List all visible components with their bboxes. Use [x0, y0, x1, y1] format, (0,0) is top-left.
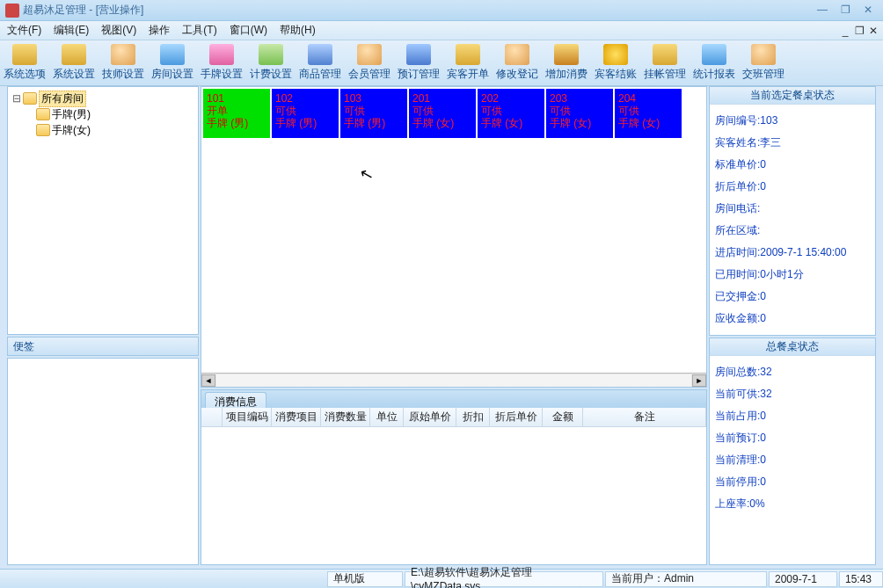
room-tag: 手牌 (男) — [344, 117, 404, 129]
info-row: 进店时间:2009-7-1 15:40:00 — [715, 242, 870, 264]
hammer-icon — [12, 44, 37, 65]
mdi-min-button[interactable]: _ — [839, 25, 851, 37]
col-code[interactable]: 项目编码 — [223, 408, 272, 426]
menu-file[interactable]: 文件(F) — [7, 23, 41, 38]
col-origprice[interactable]: 原始单价 — [404, 408, 456, 426]
table-header: 项目编码 消费项目 消费数量 单位 原始单价 折扣 折后单价 金额 备注 — [201, 408, 706, 427]
tool-edit-reg[interactable]: 修改登记 — [493, 40, 542, 85]
folder-icon — [36, 108, 50, 120]
room-tag: 手牌 (女) — [481, 117, 541, 129]
tool-card-settings[interactable]: 手牌设置 — [197, 40, 246, 85]
tool-product-mgr[interactable]: 商品管理 — [296, 40, 345, 85]
app-icon — [5, 4, 19, 18]
menu-view[interactable]: 视图(V) — [101, 23, 136, 38]
tab-consume[interactable]: 消费信息 — [205, 392, 266, 408]
room-tag: 手牌 (女) — [618, 117, 678, 129]
info-row: 上座率:0% — [715, 493, 870, 515]
col-remark[interactable]: 备注 — [583, 408, 706, 426]
col-amount[interactable]: 金额 — [543, 408, 583, 426]
tool-credit-mgr[interactable]: 挂帐管理 — [640, 40, 690, 85]
info-row: 房间总数:32 — [715, 361, 870, 383]
booking-icon — [406, 44, 431, 65]
info-row: 当前停用:0 — [715, 471, 870, 493]
hammer-icon — [62, 44, 86, 65]
tool-shift[interactable]: 交班管理 — [739, 40, 788, 85]
folder-icon — [23, 92, 37, 105]
menu-window[interactable]: 窗口(W) — [230, 23, 267, 38]
info-row: 宾客姓名:李三 — [715, 132, 870, 154]
room-tile[interactable]: 203可供手牌 (女) — [546, 89, 613, 138]
info-row: 房间电话: — [715, 198, 870, 220]
total-desk-title: 总餐桌状态 — [710, 338, 875, 356]
status-time: 15:43 — [839, 571, 883, 587]
col-discprice[interactable]: 折后单价 — [490, 408, 543, 426]
close-button[interactable]: ✕ — [858, 4, 878, 18]
selected-desk-panel: 当前选定餐桌状态 房间编号:103宾客姓名:李三标准单价:0折后单价:0房间电话… — [709, 86, 876, 336]
tree-child-female[interactable]: 手牌(女) — [36, 122, 194, 138]
room-tile[interactable]: 204可供手牌 (女) — [615, 89, 682, 138]
info-row: 当前可供:32 — [715, 383, 870, 405]
mdi-restore-button[interactable]: ❐ — [853, 25, 865, 37]
col-qty[interactable]: 消费数量 — [321, 408, 370, 426]
room-status: 可供 — [550, 105, 609, 117]
maximize-button[interactable]: ❐ — [836, 4, 855, 18]
scroll-track[interactable] — [216, 374, 691, 387]
window-title: 超易沐足管理 - [营业操作] — [23, 3, 813, 18]
room-tile[interactable]: 102可供手牌 (男) — [272, 89, 339, 138]
tool-room-settings[interactable]: 房间设置 — [148, 40, 197, 85]
status-bar: 单机版 E:\超易软件\超易沐足管理\cyMZData.sys 当前用户：Adm… — [0, 569, 883, 588]
room-status: 开单 — [207, 105, 266, 117]
menu-edit[interactable]: 编辑(E) — [54, 23, 89, 38]
scroll-right-button[interactable]: ► — [692, 374, 706, 387]
mdi-close-button[interactable]: ✕ — [867, 25, 879, 37]
room-number: 203 — [550, 92, 609, 105]
tool-booking-mgr[interactable]: 预订管理 — [394, 40, 443, 85]
room-number: 201 — [412, 92, 472, 105]
col-discount[interactable]: 折扣 — [456, 408, 490, 426]
tool-tech-settings[interactable]: 技师设置 — [99, 40, 148, 85]
col-item[interactable]: 消费项目 — [272, 408, 321, 426]
col-unit[interactable]: 单位 — [370, 408, 404, 426]
status-path: E:\超易软件\超易沐足管理\cyMZData.sys — [405, 571, 603, 587]
member-icon — [357, 44, 382, 65]
tool-member-mgr[interactable]: 会员管理 — [345, 40, 394, 85]
tool-fee-settings[interactable]: 计费设置 — [246, 40, 296, 85]
room-status: 可供 — [344, 105, 404, 117]
collapse-icon[interactable]: ⊟ — [11, 92, 21, 105]
room-tile[interactable]: 103可供手牌 (男) — [340, 89, 407, 138]
scroll-left-button[interactable]: ◄ — [201, 374, 215, 387]
info-row: 当前清理:0 — [715, 449, 870, 471]
menu-tools[interactable]: 工具(T) — [182, 23, 216, 38]
tool-checkout[interactable]: 宾客结账 — [591, 40, 640, 85]
h-scrollbar[interactable]: ◄ ► — [201, 373, 706, 387]
tool-sys-settings[interactable]: 系统设置 — [49, 40, 99, 85]
tool-open-bill[interactable]: 宾客开单 — [443, 40, 493, 85]
menu-op[interactable]: 操作 — [149, 23, 170, 38]
minimize-button[interactable]: — — [813, 4, 832, 18]
info-row: 房间编号:103 — [715, 110, 870, 132]
person-icon — [111, 44, 135, 65]
total-desk-panel: 总餐桌状态 房间总数:32当前可供:32当前占用:0当前预订:0当前清理:0当前… — [709, 338, 876, 565]
tree-root[interactable]: ⊟ 所有房间 — [11, 91, 194, 106]
status-user: 当前用户：Admin — [605, 571, 767, 587]
col-selector[interactable] — [201, 408, 223, 426]
menu-help[interactable]: 帮助(H) — [280, 23, 316, 38]
info-row: 当前占用:0 — [715, 405, 870, 427]
info-row: 标准单价:0 — [715, 154, 870, 176]
status-mode: 单机版 — [327, 571, 403, 587]
tool-sys-options[interactable]: 系统选项 — [0, 40, 49, 85]
tool-stats[interactable]: 统计报表 — [690, 40, 739, 85]
consume-table-panel: 消费信息 项目编码 消费项目 消费数量 单位 原始单价 折扣 折后单价 金额 备… — [201, 389, 707, 565]
money-icon — [603, 44, 628, 65]
info-row: 当前预订:0 — [715, 427, 870, 449]
room-number: 202 — [481, 92, 541, 105]
room-tile[interactable]: 101开单手牌 (男) — [203, 89, 270, 138]
room-tile[interactable]: 202可供手牌 (女) — [478, 89, 544, 138]
tool-add-consume[interactable]: 增加消费 — [542, 40, 591, 85]
fee-icon — [259, 44, 283, 65]
room-tag: 手牌 (男) — [275, 117, 335, 129]
tree-child-male[interactable]: 手牌(男) — [36, 106, 194, 122]
room-number: 103 — [344, 92, 404, 105]
sticky-panel[interactable] — [7, 358, 199, 565]
room-tile[interactable]: 201可供手牌 (女) — [409, 89, 476, 138]
